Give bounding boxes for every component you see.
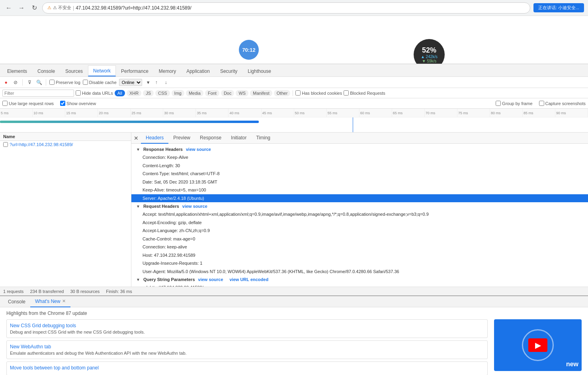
query-string-title: Query String Parameters [143, 277, 195, 282]
filter-doc[interactable]: Doc [221, 90, 234, 96]
request-checkbox[interactable] [3, 142, 8, 147]
video-label: new [566, 361, 578, 368]
search-button[interactable]: 🔍 [35, 79, 43, 86]
options-right: Group by frame Capture screenshots [496, 101, 586, 106]
timeline-bar-area [0, 117, 588, 133]
filter-input[interactable] [2, 90, 74, 97]
preserve-log-label[interactable]: Preserve log [49, 80, 80, 85]
tab-console[interactable]: Console [32, 65, 60, 76]
use-large-rows-cb[interactable] [2, 101, 8, 106]
bottom-tab-whats-new[interactable]: What's New ✕ [30, 296, 70, 307]
whats-new-close[interactable]: ✕ [62, 299, 66, 304]
use-large-rows-label[interactable]: Use large request rows [2, 101, 54, 106]
filter-font[interactable]: Font [205, 90, 219, 96]
filter-media[interactable]: Media [186, 90, 203, 96]
video-play-button[interactable]: ▶ [528, 338, 547, 352]
filter-js[interactable]: JS [143, 90, 154, 96]
tab-lighthouse[interactable]: Lighthouse [242, 65, 276, 76]
tab-application[interactable]: Application [181, 65, 215, 76]
address-bar[interactable]: ⚠ ⚠ 不安全 | 47.104.232.98:41589/?url=http:… [42, 2, 530, 14]
request-headers-toggle[interactable]: ▼ [136, 204, 140, 209]
header-keep-alive: Keep-Alive: timeout=5, max=100 [131, 186, 588, 194]
network-toolbar: ● ⊘ ⊽ 🔍 Preserve log Disable cache Onlin… [0, 77, 588, 88]
timeline-area: 5 ms 10 ms 15 ms 20 ms 25 ms 30 ms 35 ms… [0, 109, 588, 133]
network-request-item[interactable]: ?url=http://47.104.232.98:41589/ [0, 141, 131, 148]
response-headers-view-source[interactable]: view source [186, 147, 211, 152]
reload-button[interactable]: ↻ [29, 3, 39, 13]
tab-sources[interactable]: Sources [60, 65, 88, 76]
qs-view-source[interactable]: view source [198, 277, 223, 282]
show-overview-label[interactable]: Show overview [60, 101, 96, 106]
tab-memory[interactable]: Memory [154, 65, 181, 76]
query-string-toggle[interactable]: ▼ [136, 277, 140, 282]
bottom-tab-console[interactable]: Console [3, 296, 30, 307]
details-tab-timing[interactable]: Timing [251, 133, 275, 144]
resources-size: 30 B resources [70, 289, 100, 294]
news-grid: New CSS Grid debugging tools Debug and i… [6, 319, 582, 375]
preserve-log-checkbox[interactable] [49, 80, 55, 85]
request-name[interactable]: ?url=http://47.104.232.98:41589/ [10, 142, 73, 147]
blocked-requests-cb[interactable] [344, 90, 349, 96]
tab-elements[interactable]: Elements [2, 65, 32, 76]
filter-bar: Hide data URLs All XHR JS CSS Img Media … [0, 88, 588, 98]
details-tab-preview[interactable]: Preview [168, 133, 195, 144]
qs-url-param: url: http://47.104.232.98:41589/ [131, 283, 588, 287]
tab-security[interactable]: Security [215, 65, 242, 76]
filter-divider [293, 90, 293, 96]
bottom-content: Highlights from the Chrome 87 update New… [0, 307, 588, 375]
news-move-tools-title[interactable]: Move tools between top and bottom panel [10, 365, 484, 371]
hide-data-urls-checkbox[interactable] [76, 90, 81, 96]
insecure-label: ⚠ 不安全 [53, 5, 71, 11]
has-blocked-cookies-label[interactable]: Has blocked cookies [295, 90, 342, 96]
news-css-grid-title[interactable]: New CSS Grid debugging tools [10, 323, 484, 328]
details-tab-initiator[interactable]: Initiator [226, 133, 251, 144]
record-button[interactable]: ● [2, 79, 10, 86]
name-column-header: Name [0, 133, 131, 141]
import-button[interactable]: ↑ [153, 79, 160, 86]
security-warning: ⚠ [47, 5, 51, 10]
capture-screenshots-cb[interactable] [539, 101, 544, 106]
bottom-tab-bar: Console What's New ✕ [0, 296, 588, 307]
group-by-frame-cb[interactable] [496, 101, 501, 106]
speed-widget: 52% ▲ 242k/s ▼ 59k/s [414, 39, 445, 64]
qs-view-url-encoded[interactable]: view URL encoded [230, 277, 269, 282]
group-by-frame-label[interactable]: Group by frame [496, 101, 532, 106]
request-headers-view-source[interactable]: view source [182, 204, 207, 209]
details-tab-headers[interactable]: Headers [141, 133, 168, 144]
has-blocked-cookies-cb[interactable] [295, 90, 301, 96]
news-webauthn-title[interactable]: New WebAuthn tab [10, 344, 484, 350]
filter-css[interactable]: CSS [155, 90, 170, 96]
blocked-requests-label[interactable]: Blocked Requests [344, 90, 385, 96]
tab-network[interactable]: Network [88, 65, 116, 76]
news-item-webauthn: New WebAuthn tab Emulate authenticators … [6, 340, 488, 359]
disable-cache-label[interactable]: Disable cache [83, 80, 117, 85]
clear-button[interactable]: ⊘ [12, 79, 19, 86]
filter-ws[interactable]: WS [236, 90, 248, 96]
transferred-size: 234 B transferred [30, 289, 64, 294]
main-content: Name ?url=http://47.104.232.98:41589/ ✕ … [0, 133, 588, 287]
tab-performance[interactable]: Performance [116, 65, 154, 76]
filter-button[interactable]: ⊽ [26, 79, 33, 86]
filter-all[interactable]: All [115, 90, 125, 96]
live-banner: 正在讲话: 小迪安全... [533, 3, 584, 12]
filter-xhr[interactable]: XHR [127, 90, 141, 96]
back-button[interactable]: ← [4, 3, 14, 13]
export-button[interactable]: ↓ [162, 79, 170, 86]
hide-data-urls-label[interactable]: Hide data URLs [76, 90, 113, 96]
forward-button[interactable]: → [17, 3, 26, 13]
show-overview-cb[interactable] [60, 101, 65, 106]
request-count: 1 requests [3, 289, 23, 294]
tick-9: 50 ms [294, 109, 327, 117]
filter-other[interactable]: Other [274, 90, 291, 96]
details-close-button[interactable]: ✕ [131, 135, 141, 141]
news-video-thumbnail[interactable]: ▶ new [494, 319, 582, 371]
header-connection: Connection: Keep-Alive [131, 153, 588, 162]
filter-img[interactable]: Img [172, 90, 184, 96]
toolbar-separator-2 [46, 79, 46, 86]
throttle-select[interactable]: Online [119, 79, 142, 86]
disable-cache-checkbox[interactable] [83, 80, 88, 85]
response-headers-toggle[interactable]: ▼ [136, 147, 140, 152]
filter-manifest[interactable]: Manifest [250, 90, 272, 96]
capture-screenshots-label[interactable]: Capture screenshots [539, 101, 586, 106]
details-tab-response[interactable]: Response [195, 133, 226, 144]
